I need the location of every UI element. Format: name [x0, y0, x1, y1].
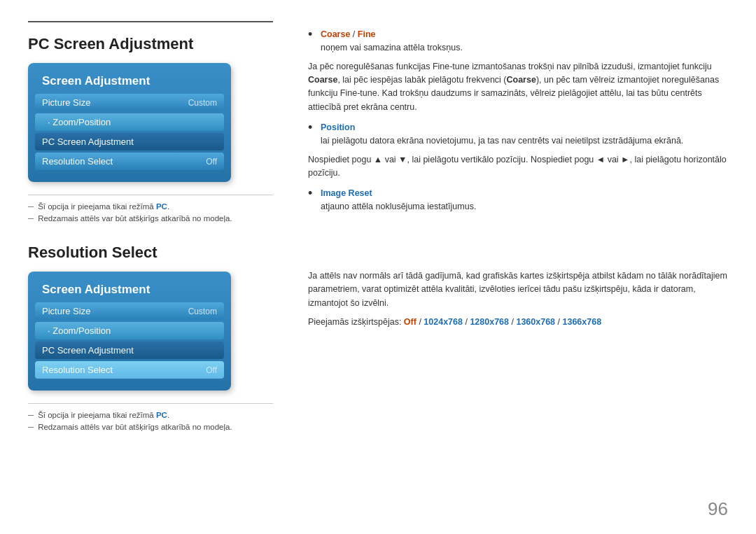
top-rule — [28, 21, 273, 22]
right-section1: • Coarse / Fine noņem vai samazina attēl… — [308, 28, 728, 213]
menu1-item-2-label: PC Screen Adjustment — [42, 136, 134, 147]
menu2-item-2[interactable]: PC Screen Adjustment — [35, 342, 224, 359]
coarse-bold-1: Coarse — [308, 75, 337, 85]
available-1024: 1024x768 — [424, 317, 463, 327]
available-separator-2: / — [463, 317, 470, 327]
right-para-2: Nospiediet pogu ▲ vai ▼, lai pielāgotu v… — [308, 153, 728, 181]
menu2-item-3-value: Off — [206, 365, 217, 375]
right-panel: • Coarse / Fine noņem vai samazina attēl… — [294, 21, 728, 506]
menu1-item-0-label: Picture Size — [42, 97, 90, 108]
coarse-bold-2: Coarse — [507, 75, 536, 85]
menu2-item-1-label: · Zoom/Position — [48, 325, 111, 336]
available-1360: 1360x768 — [516, 317, 555, 327]
menu2-item-3[interactable]: Resolution Select Off — [35, 361, 224, 379]
section1-block: PC Screen Adjustment Screen Adjustment P… — [28, 35, 273, 223]
section1-note-2: Redzamais attēls var būt atšķirīgs atkar… — [28, 214, 273, 223]
screen-adjustment-menu-1: Screen Adjustment Picture Size Custom · … — [28, 63, 231, 182]
section2-note-2-text: Redzamais attēls var būt atšķirīgs atkar… — [38, 423, 232, 431]
screen-adjustment-menu-2: Screen Adjustment Picture Size Custom · … — [28, 272, 231, 391]
available-label: Pieejamās izšķirtspējas: — [308, 317, 404, 327]
section2-note-1-bold: PC — [156, 411, 167, 419]
coarse-fine-slash: / — [350, 29, 357, 39]
right-section2-para1: Ja attēls nav normāls arī tādā gadījumā,… — [308, 269, 728, 310]
bullet-dot-3: • — [308, 187, 318, 199]
menu2-item-1[interactable]: · Zoom/Position — [35, 322, 224, 339]
bullet-image-reset: • Image Reset atjauno attēla noklusējuma… — [308, 187, 728, 213]
available-off: Off — [404, 317, 416, 327]
image-reset-title: Image Reset — [321, 188, 372, 198]
menu1-item-2[interactable]: PC Screen Adjustment — [35, 133, 224, 150]
section2-note-1: Šī opcija ir pieejama tikai režīmā PC. — [28, 411, 273, 419]
menu2-item-2-label: PC Screen Adjustment — [42, 345, 134, 356]
available-1366: 1366x768 — [562, 317, 601, 327]
available-separator-3: / — [509, 317, 516, 327]
section2-note-1-text: Šī opcija ir pieejama tikai režīmā PC. — [38, 411, 169, 419]
section1-note-2-text: Redzamais attēls var būt atšķirīgs atkar… — [38, 214, 232, 223]
bullet-position-content: Position lai pielāgotu datora ekrāna nov… — [321, 121, 728, 148]
bullet-coarse-fine: • Coarse / Fine noņem vai samazina attēl… — [308, 28, 728, 55]
menu1-item-3-label: Resolution Select — [42, 156, 113, 167]
bullet-position: • Position lai pielāgotu datora ekrāna n… — [308, 121, 728, 148]
section1-note-1-bold: PC — [156, 202, 167, 211]
bullet-dot-2: • — [308, 121, 318, 134]
section1-notes: Šī opcija ir pieejama tikai režīmā PC. R… — [28, 195, 273, 223]
section1-note-1: Šī opcija ir pieejama tikai režīmā PC. — [28, 202, 273, 211]
available-resolutions: Pieejamās izšķirtspējas: Off / 1024x768 … — [308, 317, 728, 327]
menu1-item-1[interactable]: · Zoom/Position — [35, 113, 224, 131]
menu1-header: Screen Adjustment — [35, 70, 224, 94]
image-reset-body: atjauno attēla noklusējuma iestatījumus. — [321, 202, 476, 211]
menu1-item-1-label: · Zoom/Position — [48, 117, 111, 127]
menu2-item-0[interactable]: Picture Size Custom — [35, 302, 224, 320]
page-number: 96 — [708, 498, 728, 520]
menu1-item-0[interactable]: Picture Size Custom — [35, 94, 224, 111]
menu1-item-0-value: Custom — [188, 98, 217, 108]
right-section2: Ja attēls nav normāls arī tādā gadījumā,… — [308, 269, 728, 327]
section2-notes: Šī opcija ir pieejama tikai režīmā PC. R… — [28, 403, 273, 431]
coarse-fine-title: Coarse — [321, 29, 350, 39]
menu1-item-3[interactable]: Resolution Select Off — [35, 153, 224, 170]
right-para-1: Ja pēc noregulēšanas funkcijas Fine-tune… — [308, 60, 728, 115]
menu2-header: Screen Adjustment — [35, 279, 224, 302]
section2-title: Resolution Select — [28, 244, 273, 262]
section2-block: Resolution Select Screen Adjustment Pict… — [28, 244, 273, 431]
section1-title: PC Screen Adjustment — [28, 35, 273, 53]
bullet-dot-1: • — [308, 28, 318, 41]
bullet-coarse-fine-content: Coarse / Fine noņem vai samazina attēla … — [321, 28, 728, 55]
menu2-item-0-label: Picture Size — [42, 306, 90, 316]
bullet-image-reset-content: Image Reset atjauno attēla noklusējuma i… — [321, 187, 728, 213]
available-1280: 1280x768 — [470, 317, 509, 327]
available-separator-1: / — [416, 317, 424, 327]
position-title: Position — [321, 122, 355, 132]
available-separator-4: / — [555, 317, 562, 327]
section1-note-1-text: Šī opcija ir pieejama tikai režīmā PC. — [38, 202, 169, 211]
position-body: lai pielāgotu datora ekrāna novietojumu,… — [321, 136, 683, 146]
menu2-item-0-value: Custom — [188, 307, 217, 316]
fine-title: Fine — [358, 29, 376, 39]
menu1-item-3-value: Off — [206, 157, 217, 167]
section2-note-2: Redzamais attēls var būt atšķirīgs atkar… — [28, 423, 273, 431]
left-panel: PC Screen Adjustment Screen Adjustment P… — [28, 21, 294, 506]
menu2-item-3-label: Resolution Select — [42, 365, 113, 375]
coarse-fine-body: noņem vai samazina attēla troksņus. — [321, 43, 463, 52]
